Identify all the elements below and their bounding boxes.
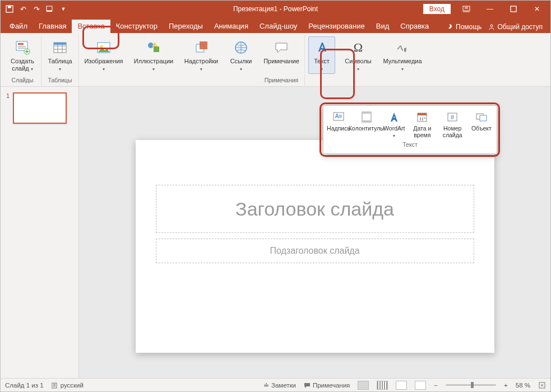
share-button[interactable]: Общий доступ [488, 23, 543, 31]
tell-me-button[interactable]: Помощь [447, 23, 481, 31]
ribbon-display-options-icon[interactable] [456, 3, 476, 15]
zoom-thumb[interactable] [471, 382, 474, 388]
maximize-icon[interactable] [503, 3, 524, 15]
svg-rect-33 [480, 115, 487, 121]
zoom-in-icon[interactable]: + [504, 382, 508, 389]
svg-point-15 [100, 45, 103, 48]
svg-rect-1 [8, 6, 11, 8]
tab-animation[interactable]: Анимация [209, 20, 254, 33]
wordart-button[interactable]: WordArt▾ [381, 108, 407, 140]
images-button[interactable]: Изображения▾ [82, 36, 125, 74]
chevron-down-icon: ▾ [321, 67, 323, 72]
links-button[interactable]: Ссылки▾ [227, 36, 255, 74]
slide[interactable]: Заголовок слайда Подзаголовок слайда [136, 140, 494, 353]
flyout-group-label: Текст [323, 140, 497, 150]
ribbon: Создать слайд ▾ Слайды Таблица▾ Таблицы … [1, 33, 550, 87]
tab-transitions[interactable]: Переходы [163, 20, 209, 33]
notes-button[interactable]: ≐ Заметки [263, 381, 296, 389]
group-label-comments: Примечания [265, 76, 299, 85]
headerfooter-button[interactable]: Колонтитулы [353, 108, 380, 140]
group-media: Мультимедиа▾ [378, 35, 427, 86]
svg-rect-17 [154, 46, 159, 52]
svg-rect-26 [362, 112, 371, 114]
zoom-value[interactable]: 58 % [516, 382, 530, 389]
svg-rect-3 [47, 11, 52, 12]
group-tables: Таблица▾ Таблицы [41, 35, 79, 86]
titlebar: ↶ ↷ ▼ Презентация1 - PowerPoint Вход — ✕ [1, 1, 550, 17]
symbols-button[interactable]: Ω Символы▾ [342, 36, 374, 74]
comment-icon [272, 39, 290, 57]
tab-view[interactable]: Вид [371, 20, 395, 33]
new-slide-icon [13, 39, 31, 57]
text-button[interactable]: Текст▾ [308, 36, 335, 74]
group-illustrations: Иллюстрации▾ [128, 35, 179, 86]
chevron-down-icon: ▾ [357, 67, 359, 72]
subtitle-placeholder[interactable]: Подзаголовок слайда [156, 239, 474, 263]
title-placeholder[interactable]: Заголовок слайда [156, 185, 474, 233]
media-icon [393, 39, 411, 57]
svg-text:#: # [451, 114, 455, 120]
qat-customize-icon[interactable]: ▼ [59, 4, 68, 13]
comments-button[interactable]: Примечания [304, 382, 350, 389]
text-icon [313, 39, 331, 57]
group-symbols: Ω Символы▾ [339, 35, 378, 86]
group-label-tables: Таблицы [48, 76, 72, 85]
slideshow-view-icon[interactable] [415, 381, 426, 390]
tab-slideshow[interactable]: Слайд-шоу [254, 20, 303, 33]
chevron-down-icon: ▾ [152, 67, 155, 72]
svg-point-6 [490, 25, 493, 27]
svg-rect-5 [511, 6, 516, 12]
comment-button[interactable]: Примечание [262, 36, 301, 67]
symbols-icon: Ω [349, 39, 367, 57]
slide-counter[interactable]: Слайд 1 из 1 [5, 382, 44, 389]
zoom-slider[interactable] [446, 384, 496, 386]
illustrations-button[interactable]: Иллюстрации▾ [132, 36, 175, 74]
close-icon[interactable]: ✕ [527, 3, 547, 15]
chevron-down-icon: ▾ [59, 67, 61, 72]
chevron-down-icon: ▾ [401, 67, 404, 72]
status-bar: Слайд 1 из 1 русский ≐ Заметки Примечани… [1, 378, 550, 391]
reading-view-icon[interactable] [396, 381, 407, 390]
images-icon [95, 39, 113, 57]
group-images: Изображения▾ [79, 35, 128, 86]
sorter-view-icon[interactable] [377, 381, 388, 390]
tab-insert[interactable]: Вставка [72, 20, 110, 33]
undo-icon[interactable]: ↶ [18, 4, 27, 13]
tab-file[interactable]: Файл [4, 20, 33, 33]
svg-rect-29 [418, 113, 427, 115]
thumb-number: 1 [6, 92, 10, 124]
slidenumber-button[interactable]: # Номер слайда [437, 108, 467, 140]
datetime-button[interactable]: Дата и время [408, 108, 436, 140]
textbox-icon: A≡ [331, 110, 346, 124]
slide-thumbnail[interactable] [13, 92, 67, 124]
group-slides: Создать слайд ▾ Слайды [4, 35, 41, 86]
object-button[interactable]: Объект [469, 108, 494, 140]
illustrations-icon [145, 39, 163, 57]
media-button[interactable]: Мультимедиа▾ [381, 36, 424, 74]
minimize-icon[interactable]: — [480, 3, 500, 15]
chevron-down-icon: ▾ [103, 67, 105, 72]
fit-to-window-icon[interactable] [538, 381, 546, 389]
normal-view-icon[interactable] [358, 381, 369, 390]
tab-help[interactable]: Справка [395, 20, 434, 33]
addins-button[interactable]: Надстройки▾ [182, 36, 220, 74]
svg-text:A≡: A≡ [335, 113, 342, 119]
new-slide-button[interactable]: Создать слайд ▾ [7, 36, 38, 74]
table-button[interactable]: Таблица▾ [45, 36, 75, 74]
chevron-down-icon: ▾ [31, 67, 33, 72]
thumbnail-pane[interactable]: 1 [1, 87, 79, 378]
tab-home[interactable]: Главная [33, 20, 72, 33]
language-status[interactable]: русский [52, 382, 84, 389]
textbox-button[interactable]: A≡ Надпись [326, 108, 351, 140]
chevron-down-icon: ▾ [393, 133, 395, 138]
login-button[interactable]: Вход [423, 4, 451, 14]
tab-review[interactable]: Рецензирование [303, 20, 370, 33]
chevron-down-icon: ▾ [240, 67, 242, 72]
slidenumber-icon: # [445, 110, 460, 124]
start-from-beginning-icon[interactable] [45, 4, 54, 13]
save-icon[interactable] [5, 4, 14, 13]
redo-icon[interactable]: ↷ [32, 4, 41, 13]
tab-design[interactable]: Конструктор [110, 20, 163, 33]
zoom-out-icon[interactable]: − [434, 382, 438, 389]
svg-rect-8 [18, 43, 24, 45]
